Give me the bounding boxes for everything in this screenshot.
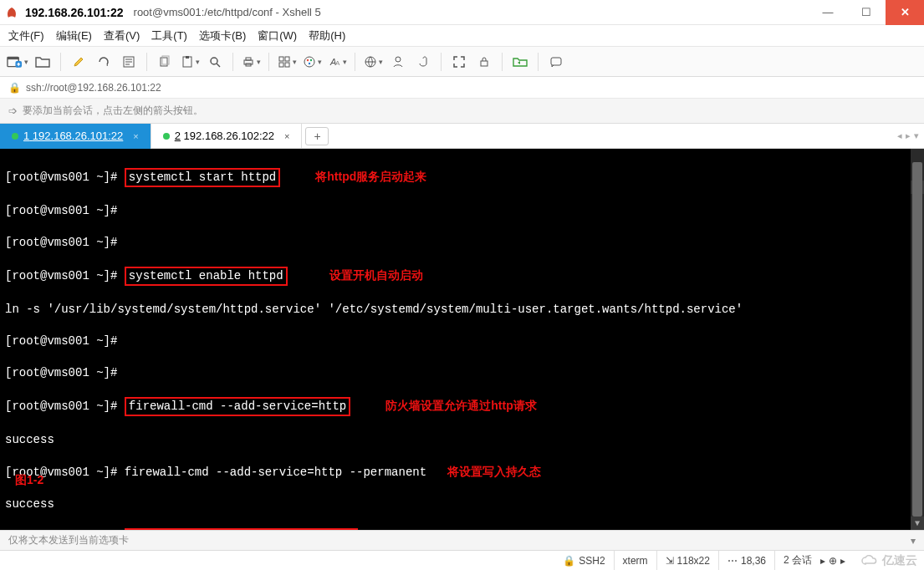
tab-menu-icon[interactable]: ▾ xyxy=(914,130,919,141)
sessions-nav-right-icon[interactable]: ▸ xyxy=(840,555,845,567)
tab-prev-icon[interactable]: ◂ xyxy=(897,130,902,141)
annotation: 设置开机自动启动 xyxy=(329,268,423,282)
statusbar: 🔒 SSH2 xterm ⇲ 118x22 ⋯ 18,36 2 会话 ▸ ⊕ ▸… xyxy=(0,550,924,570)
status-termtype: xterm xyxy=(614,551,656,570)
copy-button[interactable] xyxy=(154,51,176,73)
encoding-button[interactable] xyxy=(362,51,384,73)
watermark-text: 亿速云 xyxy=(882,553,917,568)
session-tab-2[interactable]: 2 192.168.26.102:22 × xyxy=(151,124,303,149)
menu-edit[interactable]: 编辑(E) xyxy=(56,28,92,43)
prompt: [root@vms001 ~]# xyxy=(5,269,125,282)
tab-label: 192.168.26.101:22 xyxy=(33,130,123,142)
terminal-line: success xyxy=(5,432,919,448)
command-highlight: firewall-cmd --add-service=http xyxy=(125,397,350,416)
annotation: 将设置写入持久态 xyxy=(447,465,541,478)
menu-tools[interactable]: 工具(T) xyxy=(151,28,187,43)
input-mode-bar[interactable]: 仅将文本发送到当前选项卡 ▾ xyxy=(0,530,924,550)
new-session-button[interactable] xyxy=(7,51,28,73)
status-position: ⋯ 18,36 xyxy=(718,551,774,570)
terminal-line: ln -s '/usr/lib/systemd/system/httpd.ser… xyxy=(5,302,919,318)
svg-rect-15 xyxy=(285,63,289,67)
help-button[interactable] xyxy=(545,51,567,73)
tab-nav: ◂ ▸ ▾ xyxy=(897,130,924,141)
highlight-button[interactable] xyxy=(68,51,89,73)
script-button[interactable] xyxy=(412,51,434,73)
menu-tabs[interactable]: 选项卡(B) xyxy=(199,28,246,43)
terminal-line: [root@vms001 ~]# xyxy=(5,365,919,381)
svg-point-17 xyxy=(306,59,308,60)
hint-text: 要添加当前会话，点击左侧的箭头按钮。 xyxy=(23,104,203,118)
sessions-add-icon[interactable]: ⊕ xyxy=(829,555,837,567)
svg-rect-1 xyxy=(8,57,18,59)
tab-index: 2 xyxy=(175,130,181,142)
input-mode-dropdown-icon[interactable]: ▾ xyxy=(911,535,916,547)
close-button[interactable]: ✕ xyxy=(886,0,924,25)
titlebar: 192.168.26.101:22 root@vms001:/etc/httpd… xyxy=(0,0,924,25)
print-button[interactable] xyxy=(240,51,262,73)
session-tab-1[interactable]: 1 192.168.26.101:22 × xyxy=(0,124,151,149)
tab-next-icon[interactable]: ▸ xyxy=(906,130,911,141)
tab-index: 1 xyxy=(23,130,29,142)
paste-button[interactable] xyxy=(179,51,201,73)
properties-button[interactable] xyxy=(118,51,140,73)
toolbar: AA xyxy=(0,47,924,77)
color-scheme-button[interactable] xyxy=(301,51,323,73)
command-highlight: firewall-cmd --add-service=https xyxy=(125,528,358,530)
fullscreen-button[interactable] xyxy=(448,51,470,73)
status-sessions-label: 2 会话 xyxy=(784,553,812,567)
menu-help[interactable]: 帮助(H) xyxy=(309,28,345,43)
menubar: 文件(F) 编辑(E) 查看(V) 工具(T) 选项卡(B) 窗口(W) 帮助(… xyxy=(0,25,924,47)
terminal-line: [root@vms001 ~]# xyxy=(5,203,919,219)
lock-icon: 🔒 xyxy=(563,555,575,567)
title-path: root@vms001:/etc/httpd/conf - Xshell 5 xyxy=(134,6,321,18)
terminal[interactable]: [root@vms001 ~]# systemctl start httpd 将… xyxy=(0,149,924,530)
reconnect-button[interactable] xyxy=(93,51,115,73)
status-protocol: 🔒 SSH2 xyxy=(554,551,613,570)
add-tab-button[interactable]: + xyxy=(305,127,329,145)
open-folder-button[interactable] xyxy=(32,51,54,73)
find-button[interactable] xyxy=(204,51,226,73)
svg-rect-25 xyxy=(551,58,561,65)
user-button[interactable] xyxy=(387,51,409,73)
svg-rect-13 xyxy=(285,57,289,61)
minimize-button[interactable]: — xyxy=(809,0,847,25)
terminal-line: success xyxy=(5,496,919,512)
status-proto-label: SSH2 xyxy=(579,555,605,567)
address-url[interactable]: ssh://root@192.168.26.101:22 xyxy=(26,82,161,94)
lock-button[interactable] xyxy=(473,51,495,73)
svg-rect-10 xyxy=(246,58,251,60)
scroll-down-icon[interactable]: ▼ xyxy=(911,517,924,530)
xftp-button[interactable] xyxy=(509,51,531,73)
annotation: 将httpd服务启动起来 xyxy=(315,170,426,183)
address-bar: 🔒 ssh://root@192.168.26.101:22 xyxy=(0,77,924,99)
svg-rect-24 xyxy=(481,61,488,66)
menu-file[interactable]: 文件(F) xyxy=(8,28,44,43)
lock-icon: 🔒 xyxy=(8,82,21,94)
tab-close-icon[interactable]: × xyxy=(133,131,138,141)
tab-close-icon[interactable]: × xyxy=(284,131,289,141)
svg-text:A: A xyxy=(335,59,340,67)
status-dot-icon xyxy=(163,133,170,140)
hint-arrow-icon[interactable]: ➩ xyxy=(8,104,18,117)
cloud-icon xyxy=(860,555,879,567)
annotation: 防火墙设置允许通过http请求 xyxy=(385,399,536,412)
terminal-line: [root@vms001 ~]# firewall-cmd --add-serv… xyxy=(5,466,426,479)
status-dot-icon xyxy=(12,133,18,140)
menu-view[interactable]: 查看(V) xyxy=(104,28,140,43)
hint-bar: ➩ 要添加当前会话，点击左侧的箭头按钮。 xyxy=(0,99,924,124)
terminal-scrollbar[interactable]: ▲ ▼ xyxy=(911,149,924,530)
menu-window[interactable]: 窗口(W) xyxy=(258,28,297,43)
input-mode-text: 仅将文本发送到当前选项卡 xyxy=(8,533,129,547)
svg-point-23 xyxy=(396,57,401,62)
layout-button[interactable] xyxy=(276,51,298,73)
sessions-nav-left-icon[interactable]: ▸ xyxy=(820,555,825,567)
terminal-line: [root@vms001 ~]# xyxy=(5,235,919,251)
svg-rect-12 xyxy=(279,57,283,61)
prompt: [root@vms001 ~]# xyxy=(5,400,125,413)
resize-icon: ⇲ xyxy=(666,555,674,567)
maximize-button[interactable]: ☐ xyxy=(847,0,886,25)
scroll-thumb[interactable] xyxy=(912,162,922,517)
font-button[interactable]: AA xyxy=(326,51,348,73)
status-size-value: 118x22 xyxy=(677,555,710,567)
app-logo-icon xyxy=(5,6,18,19)
